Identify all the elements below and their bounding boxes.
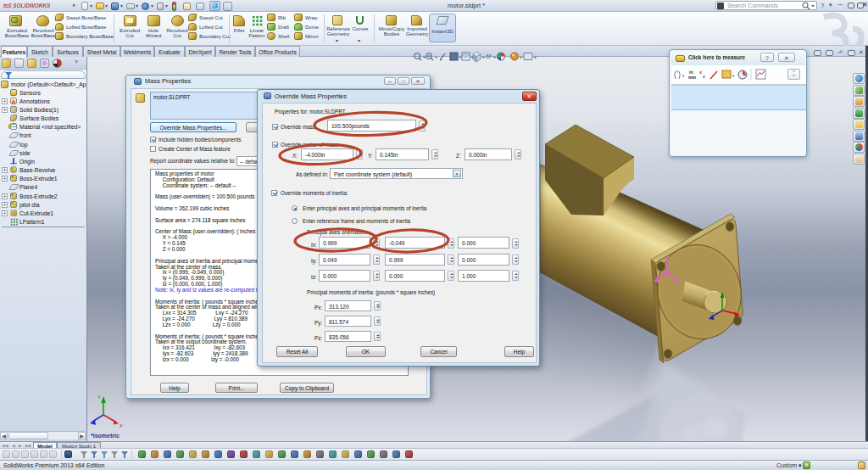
svg-text:mm: mm [688,75,696,80]
svg-text:z: z [703,74,705,79]
svg-text:X: X [120,423,123,428]
svg-text:6f: 6f [486,53,492,59]
svg-text:▾: ▾ [682,74,685,78]
svg-text:▾: ▾ [732,74,735,78]
svg-text:Y: Y [97,394,101,400]
svg-text:*Isometric: *Isometric [91,433,120,439]
